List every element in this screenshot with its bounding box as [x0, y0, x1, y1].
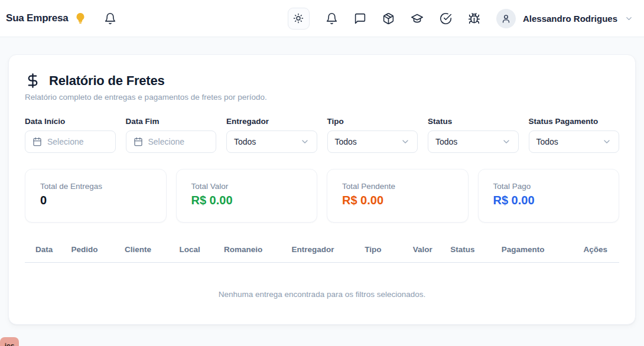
freight-report-card: Relatório de Fretes Relatório completo d…	[8, 54, 636, 325]
filter-label: Tipo	[327, 117, 418, 126]
date-end-input[interactable]: Selecione	[126, 130, 217, 153]
chevron-down-icon	[625, 14, 633, 23]
filter-data-inicio: Data Início Selecione	[25, 117, 116, 153]
stat-value: 0	[40, 194, 151, 207]
tipo-select[interactable]: Todos	[327, 130, 418, 153]
stat-total-pago: Total Pago R$ 0.00	[478, 169, 620, 223]
graduation-cap-icon[interactable]	[411, 12, 424, 25]
date-start-placeholder: Selecione	[47, 137, 84, 146]
chevron-down-icon	[401, 137, 410, 146]
stat-total-entregas: Total de Entregas 0	[25, 169, 167, 223]
date-end-placeholder: Selecione	[148, 137, 185, 146]
notifications-bell-icon[interactable]	[104, 12, 116, 25]
bug-icon[interactable]	[468, 12, 480, 25]
stat-label: Total Valor	[191, 182, 303, 191]
user-icon	[501, 14, 511, 24]
page-subtitle: Relatório completo de entregas e pagamen…	[25, 93, 619, 102]
freight-table: Data Pedido Cliente Local Romaneio Entre…	[25, 239, 619, 322]
theme-toggle-button[interactable]	[288, 8, 310, 30]
filter-label: Data Início	[25, 117, 116, 126]
empty-state-row: Nenhuma entrega encontrada para os filtr…	[25, 263, 619, 323]
dollar-sign-icon	[25, 73, 41, 89]
chevron-down-icon	[300, 137, 310, 146]
status-pagamento-select-value: Todos	[536, 137, 558, 146]
status-pagamento-select[interactable]: Todos	[529, 130, 620, 153]
calendar-icon	[32, 137, 42, 146]
avatar	[496, 9, 516, 28]
column-header-tipo: Tipo	[361, 239, 409, 263]
column-header-pedido: Pedido	[67, 239, 121, 263]
chevron-down-icon	[602, 137, 612, 146]
date-start-input[interactable]: Selecione	[25, 130, 116, 153]
filter-entregador: Entregador Todos	[226, 117, 317, 153]
column-header-data: Data	[25, 239, 67, 263]
package-icon[interactable]	[382, 12, 395, 25]
filter-label: Status Pagamento	[529, 117, 620, 126]
dev-overlay-badge-text: ies	[5, 342, 15, 346]
status-select[interactable]: Todos	[428, 130, 519, 153]
topbar-actions: Alessandro Rodrigues	[288, 8, 633, 30]
stat-label: Total Pago	[493, 182, 604, 191]
filter-label: Data Fim	[126, 117, 217, 126]
brand[interactable]: Sua Empresa	[6, 12, 86, 24]
column-header-valor: Valor	[409, 239, 447, 263]
column-header-local: Local	[176, 239, 220, 263]
entregador-select[interactable]: Todos	[226, 130, 317, 153]
brand-name: Sua Empresa	[6, 12, 69, 24]
filter-status: Status Todos	[428, 117, 519, 153]
column-header-entregador: Entregador	[288, 239, 362, 263]
stat-total-pendente: Total Pendente R$ 0.00	[327, 169, 469, 223]
column-header-cliente: Cliente	[121, 239, 176, 263]
chat-icon[interactable]	[354, 12, 366, 25]
stat-value: R$ 0.00	[191, 194, 303, 207]
tipo-select-value: Todos	[335, 137, 357, 146]
filter-status-pagamento: Status Pagamento Todos	[529, 117, 620, 153]
stat-label: Total de Entregas	[40, 182, 151, 191]
filter-tipo: Tipo Todos	[327, 117, 418, 153]
column-header-romaneio: Romaneio	[220, 239, 288, 263]
stats-row: Total de Entregas 0 Total Valor R$ 0.00 …	[25, 169, 619, 223]
bell-icon[interactable]	[326, 12, 338, 25]
filter-label: Status	[428, 117, 519, 126]
table-header-row: Data Pedido Cliente Local Romaneio Entre…	[25, 239, 619, 263]
user-name: Alessandro Rodrigues	[523, 14, 617, 24]
calendar-icon	[134, 137, 143, 146]
filters-row: Data Início Selecione Data Fim Selecione	[25, 117, 619, 153]
sun-icon	[293, 13, 304, 24]
column-header-status: Status	[447, 239, 498, 263]
entregador-select-value: Todos	[234, 137, 256, 146]
stat-value: R$ 0.00	[342, 194, 453, 207]
column-header-pagamento: Pagamento	[498, 239, 580, 263]
dev-overlay-badge[interactable]: ies	[0, 337, 19, 346]
lightbulb-icon	[74, 12, 86, 24]
filter-label: Entregador	[226, 117, 317, 126]
user-menu[interactable]: Alessandro Rodrigues	[496, 9, 633, 28]
topbar: Sua Empresa	[0, 0, 644, 37]
page-title: Relatório de Fretes	[49, 73, 164, 89]
empty-state-message: Nenhuma entrega encontrada para os filtr…	[25, 263, 619, 323]
filter-data-fim: Data Fim Selecione	[126, 117, 217, 153]
stat-value: R$ 0.00	[493, 194, 604, 207]
status-select-value: Todos	[435, 137, 457, 146]
chevron-down-icon	[502, 137, 511, 146]
check-circle-icon[interactable]	[440, 12, 452, 25]
column-header-acoes: Ações	[580, 239, 619, 263]
stat-total-valor: Total Valor R$ 0.00	[176, 169, 318, 223]
stat-label: Total Pendente	[342, 182, 453, 191]
